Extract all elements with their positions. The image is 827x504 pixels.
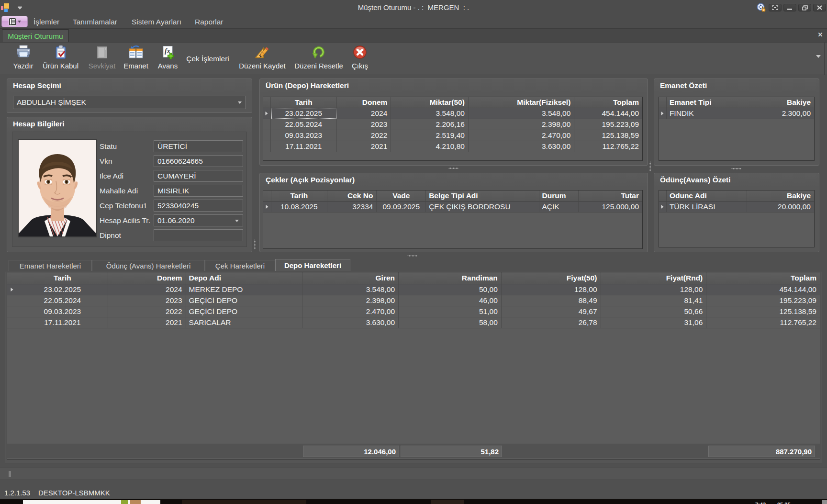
col-header[interactable]: Miktar(50) — [391, 97, 469, 108]
product-accept-button[interactable]: Ürün Kabul — [40, 45, 81, 73]
cell[interactable]: 17.11.2021 — [17, 317, 108, 328]
col-header[interactable]: Cek No — [327, 190, 377, 202]
col-header[interactable]: Durum — [539, 190, 579, 202]
print-button[interactable]: Yazdır — [10, 45, 37, 73]
cell[interactable]: 50,00 — [399, 284, 502, 295]
cell[interactable]: 3.548,00 — [469, 108, 574, 119]
cell[interactable]: 2022 — [337, 130, 391, 141]
col-header[interactable]: Tarih — [17, 272, 108, 284]
custody-summary-grid[interactable]: Emanet Tipi Bakiye FINDIK 2.300,00 — [659, 97, 815, 161]
cell[interactable]: GEÇİCİ DEPO — [186, 295, 303, 306]
splitter-right-h[interactable] — [731, 168, 741, 169]
menu-item-raporlar[interactable]: Raporlar — [195, 15, 223, 28]
field-vkn[interactable]: 01660624665 — [154, 155, 243, 167]
cell[interactable]: ÇEK ÇIKIŞ BORDROSU — [426, 202, 539, 213]
tab-musteri-oturumu[interactable]: Müşteri Oturumu — [2, 29, 69, 43]
cell[interactable]: 09.03.2023 — [17, 306, 108, 317]
col-header[interactable]: Depo Adi — [186, 272, 303, 284]
cell[interactable]: 58,00 — [399, 317, 502, 328]
restore-button[interactable] — [798, 4, 811, 11]
cell[interactable]: 51,00 — [399, 306, 502, 317]
col-header[interactable]: Odunc Adi — [667, 190, 747, 202]
table-row[interactable]: 22.05.2024 2023 GEÇİCİ DEPO 2.398,00 46,… — [7, 295, 820, 306]
col-header[interactable]: Emanet Tipi — [667, 97, 754, 108]
col-header[interactable]: Toplam — [706, 272, 820, 284]
cell[interactable]: 23.02.2025 — [17, 284, 108, 295]
splitter-middle-h[interactable] — [448, 168, 458, 169]
field-acilis[interactable]: 01.06.2020 — [154, 214, 243, 226]
application-menu-button[interactable] — [1, 16, 28, 27]
field-mahalle[interactable]: MISIRLIK — [154, 185, 243, 197]
close-window-button[interactable] — [813, 4, 826, 11]
splitter-right[interactable] — [649, 161, 651, 171]
cell[interactable]: 125.138,59 — [574, 130, 642, 141]
col-header[interactable]: Donem — [108, 272, 186, 284]
tab-depo-hareketleri[interactable]: Depo Hareketleri — [275, 259, 350, 271]
cell[interactable]: 2.398,00 — [469, 119, 574, 130]
save-layout-button[interactable]: Düzeni Kaydet — [237, 45, 288, 73]
cell[interactable]: 17.11.2021 — [271, 141, 337, 152]
col-header[interactable]: Fiyat(50) — [502, 272, 601, 284]
cell[interactable]: 50,66 — [601, 306, 707, 317]
cell[interactable]: SARICALAR — [186, 317, 303, 328]
cell[interactable]: 195.223,09 — [574, 119, 642, 130]
table-row[interactable]: TÜRK LİRASI 20.000,00 — [659, 202, 814, 213]
menu-item-islemler[interactable]: İşlemler — [34, 15, 59, 28]
table-row[interactable]: 17.11.2021 2021 4.210,80 3.630,00 112.76… — [263, 141, 642, 152]
cell[interactable]: 3.630,00 — [469, 141, 574, 152]
cell[interactable]: GEÇİCİ DEPO — [186, 306, 303, 317]
cell[interactable]: 2021 — [337, 141, 391, 152]
account-select-combo[interactable]: ABDULLAH ŞİMŞEK — [13, 96, 246, 109]
col-header[interactable]: Tarih — [271, 97, 337, 108]
cell[interactable]: 112.765,22 — [574, 141, 642, 152]
product-movements-grid[interactable]: Tarih Donem Miktar(50) Miktar(Fiziksel) … — [263, 97, 643, 161]
cell[interactable]: 454.144,00 — [574, 108, 642, 119]
cell[interactable]: 26,78 — [502, 317, 601, 328]
cell[interactable]: 2021 — [108, 317, 186, 328]
cell[interactable]: 20.000,00 — [747, 202, 814, 213]
cell[interactable]: 22.05.2024 — [271, 119, 337, 130]
cell[interactable]: 81,41 — [601, 295, 707, 306]
field-cep[interactable]: 5233040245 — [154, 200, 243, 212]
cell[interactable]: 09.09.2025 — [377, 202, 426, 213]
reset-layout-button[interactable]: Düzeni Resetle — [292, 45, 345, 73]
tab-cek-hareketleri[interactable]: Çek Hareketleri — [205, 260, 275, 271]
col-header[interactable]: Miktar(Fiziksel) — [469, 97, 574, 108]
cell[interactable]: 10.08.2025 — [271, 202, 327, 213]
cell[interactable]: 125.000,00 — [579, 202, 642, 213]
table-row[interactable]: 23.02.2025 2024 3.548,00 3.548,00 454.14… — [263, 108, 642, 119]
splitter-left[interactable] — [254, 239, 256, 249]
table-row[interactable]: FINDIK 2.300,00 — [659, 108, 814, 119]
tab-emanet-hareketleri[interactable]: Emanet Hareketleri — [9, 260, 92, 271]
col-header[interactable]: Bakiye — [747, 190, 814, 202]
cell[interactable]: 46,00 — [399, 295, 502, 306]
cell[interactable]: 88,49 — [502, 295, 601, 306]
cell[interactable]: 09.03.2023 — [271, 130, 337, 141]
fit-window-button[interactable] — [769, 4, 782, 11]
field-dipnot[interactable] — [154, 229, 243, 241]
col-header[interactable]: Tutar — [579, 190, 642, 202]
cell[interactable]: 2.470,00 — [302, 306, 399, 317]
cheque-operations-button[interactable]: Çek İşlemleri — [185, 45, 230, 73]
table-row[interactable]: 09.03.2023 2022 GEÇİCİ DEPO 2.470,00 51,… — [7, 306, 820, 317]
navigation-lock-icon[interactable] — [757, 3, 766, 12]
cell[interactable]: 112.765,22 — [706, 317, 820, 328]
tab-odunc-hareketleri[interactable]: Ödünç (Avans) Hareketleri — [92, 260, 205, 271]
col-header[interactable]: Donem — [337, 97, 391, 108]
cell[interactable]: 3.630,00 — [302, 317, 399, 328]
menu-item-tanimlamalar[interactable]: Tanımlamalar — [73, 15, 117, 28]
col-header[interactable]: Fiyat(Rnd) — [601, 272, 707, 284]
cell[interactable]: 2023 — [337, 119, 391, 130]
table-row[interactable]: 09.03.2023 2022 2.519,40 2.470,00 125.13… — [263, 130, 642, 141]
menu-item-sistem-ayarlari[interactable]: Sistem Ayarları — [132, 15, 181, 28]
table-row[interactable]: 10.08.2025 32334 09.09.2025 ÇEK ÇIKIŞ BO… — [263, 202, 642, 213]
cell[interactable]: 2.470,00 — [469, 130, 574, 141]
cell[interactable]: TÜRK LİRASI — [667, 202, 747, 213]
col-header[interactable]: Giren — [302, 272, 399, 284]
cell[interactable]: 128,00 — [601, 284, 707, 295]
col-header[interactable]: Vade — [377, 190, 426, 202]
cell[interactable]: 23.02.2025 — [271, 108, 337, 119]
cheques-grid[interactable]: Tarih Cek No Vade Belge Tipi Adi Durum T… — [263, 190, 643, 249]
cell[interactable]: 128,00 — [502, 284, 601, 295]
splitter-bottom-h[interactable] — [407, 255, 417, 257]
